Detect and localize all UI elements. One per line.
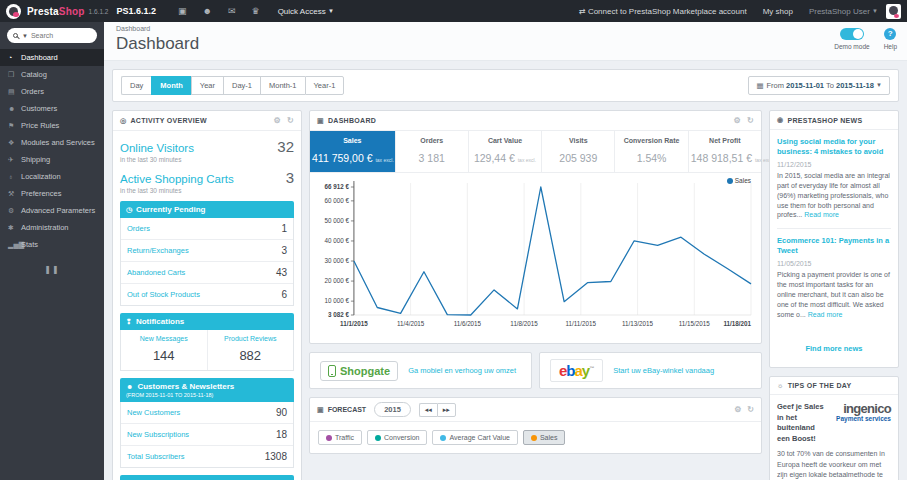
sidebar-item-orders[interactable]: ▤Orders [0,83,104,100]
table-row: New Subscriptions18 [121,424,293,446]
sidebar-item-localization[interactable]: ♁Localization [0,168,104,185]
table-row: Out of Stock Products6 [121,284,293,305]
customers-quick-icon[interactable]: ☻ [203,6,212,16]
svg-text:11/13/2015: 11/13/2015 [622,320,653,327]
kpi-conversion-rate[interactable]: Conversion Rate1.54% [615,131,688,172]
svg-text:11/1/2015: 11/1/2015 [340,320,368,327]
forecast-year[interactable]: 2015 [374,402,411,417]
sidebar-item-shipping[interactable]: ✈Shipping [0,151,104,168]
forecast-prev-button[interactable]: ◂◂ [419,403,437,417]
gear-icon[interactable]: ⚙ [274,116,281,125]
help-icon[interactable]: ? [884,28,896,40]
sidebar-item-stats[interactable]: ▂▅▇Stats [0,236,104,253]
new-subscriptions-link[interactable]: New Subscriptions [127,430,189,439]
marketplace-connect-link[interactable]: ⇄ Connect to PrestaShop Marketplace acco… [579,7,747,16]
collapse-menu-icon[interactable]: ❚❚ [0,265,104,274]
sidebar-item-preferences[interactable]: ⚒Preferences [0,185,104,202]
customers-icon: ☻ [8,105,21,112]
total-subscribers-link[interactable]: Total Subscribers [127,452,185,461]
gear-icon[interactable]: ⚙ [734,405,741,414]
pending-orders-link[interactable]: Orders [127,224,150,233]
legend-sales-button[interactable]: Sales [523,430,566,445]
ebay-link[interactable]: Start uw eBay-winkel vandaag [613,366,714,375]
customers-table: New Customers90 New Subscriptions18 Tota… [120,402,294,468]
svg-text:30 000 €: 30 000 € [324,257,349,264]
gear-icon[interactable]: ⚙ [734,116,741,125]
news-article-title[interactable]: Using social media for your business: 4 … [777,137,891,157]
news-article-date: 11/12/2015 [777,161,891,168]
refresh-icon[interactable]: ↻ [747,116,754,125]
new-customers-link[interactable]: New Customers [127,408,180,417]
kpi-orders[interactable]: Orders3 181 [396,131,469,172]
kpi-sales[interactable]: Sales411 759,00 € tax excl. [310,131,396,172]
sales-line-chart[interactable]: 11/1/201511/4/201511/6/201511/8/201511/1… [312,177,759,337]
sidebar-item-price-rules[interactable]: ⚑Price Rules [0,117,104,134]
kpi-visits[interactable]: Visits205 939 [542,131,615,172]
new-messages-link[interactable]: New Messages [123,335,205,342]
range-day-button[interactable]: Day [121,76,151,95]
dashboard-panel-title: DASHBOARD [328,117,376,124]
quick-access-menu[interactable]: Quick Access ▼ [278,7,334,16]
person-icon: ☻ [126,383,133,390]
sales-dot-icon [531,435,537,441]
range-day-1-button[interactable]: Day-1 [223,76,260,95]
sidebar-item-modules[interactable]: ❖Modules and Services [0,134,104,151]
table-row: Total Subscribers1308 [121,446,293,467]
pending-returns-link[interactable]: Return/Exchanges [127,246,189,255]
legend-conversion-button[interactable]: Conversion [367,430,427,445]
svg-text:66 912 €: 66 912 € [324,183,349,190]
online-visitors-sub: in the last 30 minutes [120,156,294,163]
online-visitors-link[interactable]: Online Visitors [120,142,194,154]
sidebar-item-dashboard[interactable]: ◔Dashboard [0,49,104,66]
news-panel-title: PRESTASHOP NEWS [787,117,862,124]
trophy-icon[interactable]: ♛ [252,6,260,16]
range-month-1-button[interactable]: Month-1 [260,76,305,95]
abandoned-carts-link[interactable]: Abandoned Carts [127,268,185,277]
out-of-stock-link[interactable]: Out of Stock Products [127,290,200,299]
refresh-icon[interactable]: ↻ [747,405,754,414]
read-more-link[interactable]: Read more [808,311,843,318]
range-month-button[interactable]: Month [151,76,191,95]
sidebar-item-catalog[interactable]: ❒Catalog [0,66,104,83]
user-menu[interactable]: PrestaShop User ▼ [809,7,878,16]
legend-average-cart-value-button[interactable]: Average Cart Value [432,430,517,445]
user-avatar[interactable] [886,4,901,19]
cart-icon: ▣ [317,117,324,125]
range-year-1-button[interactable]: Year-1 [305,76,345,95]
news-article-title[interactable]: Ecommerce 101: Payments in a Tweet [777,236,891,256]
search-input[interactable] [31,32,91,39]
svg-text:3 082 €: 3 082 € [328,311,349,318]
search-scope-caret-icon[interactable]: ▼ [22,33,28,39]
legend-traffic-button[interactable]: Traffic [318,430,362,445]
read-more-link[interactable]: Read more [804,211,839,218]
sidebar-item-administration[interactable]: ✱Administration [0,219,104,236]
product-reviews-link[interactable]: Product Reviews [210,335,292,342]
table-row: Orders1 [121,218,293,240]
date-range-picker[interactable]: ▦From 2015-11-01 To 2015-11-18 ▼ [748,76,890,95]
kpi-net-profit[interactable]: Net Profit148 918,51 € tax excl. [689,131,761,172]
forecast-next-button[interactable]: ▸▸ [437,403,456,417]
table-row: Return/Exchanges3 [121,240,293,262]
ebay-logo: ebay™ [550,359,603,382]
tips-of-the-day-panel: ☼ TIPS OF THE DAY ingenico Payment servi… [769,376,899,480]
svg-text:11/18/201: 11/18/201 [723,320,751,327]
cart-icon[interactable]: ▣ [178,6,187,16]
range-year-button[interactable]: Year [191,76,223,95]
mail-icon[interactable]: ✉ [228,6,236,16]
refresh-icon[interactable]: ↻ [287,116,294,125]
svg-text:50 000 €: 50 000 € [324,217,349,224]
brand-name: PrestaShop [27,6,85,17]
sidebar-search[interactable]: ▼ [7,28,97,43]
sidebar-item-customers[interactable]: ☻Customers [0,100,104,117]
demo-mode-toggle[interactable] [840,28,864,40]
conversion-dot-icon [375,435,381,441]
shopgate-link[interactable]: Ga mobiel en verhoog uw omzet [408,366,516,375]
my-shop-link[interactable]: My shop [763,7,793,16]
sidebar-item-advanced-parameters[interactable]: ⚙Advanced Parameters [0,202,104,219]
administration-icon: ✱ [8,224,21,232]
active-carts-link[interactable]: Active Shopping Carts [120,173,234,185]
kpi-cart-value[interactable]: Cart Value129,44 € tax excl. [469,131,542,172]
localization-icon: ♁ [8,173,21,180]
product-reviews-cell: Product Reviews882 [208,330,294,370]
find-more-news-link[interactable]: Find more news [805,344,862,353]
